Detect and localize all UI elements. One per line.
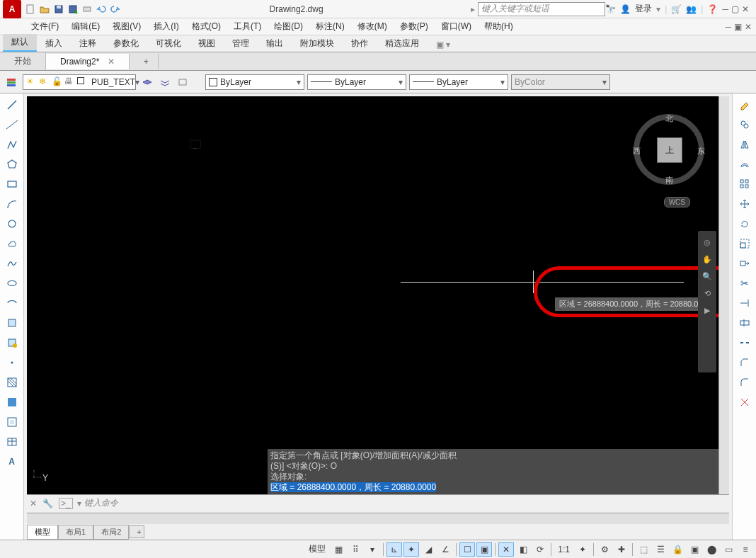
status-more-icon[interactable]: ▾ <box>365 542 380 557</box>
new-icon[interactable] <box>24 3 37 16</box>
spline-tool-icon[interactable] <box>2 255 22 272</box>
ribbon-tab-featured[interactable]: 精选应用 <box>377 35 428 52</box>
status-ortho-icon[interactable]: ⊾ <box>386 542 402 557</box>
ribbon-tab-manage[interactable]: 管理 <box>224 35 258 52</box>
fillet-tool-icon[interactable] <box>735 374 755 391</box>
wcs-badge[interactable]: WCS <box>664 197 690 207</box>
undo-icon[interactable] <box>95 3 108 16</box>
model-tab-layout2[interactable]: 布局2 <box>93 525 129 540</box>
plotstyle-combo[interactable]: ByColor <box>511 74 610 90</box>
layer-walk-icon[interactable] <box>174 74 191 91</box>
view-cube[interactable]: 北 南 东 西 上 <box>630 110 708 188</box>
model-tab-model[interactable]: 模型 <box>27 525 58 540</box>
status-osnap-icon[interactable]: ☐ <box>459 542 475 557</box>
doc-tab-new[interactable]: + <box>130 54 159 69</box>
rectangle-tool-icon[interactable] <box>2 176 22 193</box>
xline-tool-icon[interactable] <box>2 116 22 133</box>
plot-icon[interactable] <box>81 3 93 16</box>
status-isolate-icon[interactable]: ▣ <box>687 542 702 557</box>
block-tool-icon[interactable] <box>2 314 22 331</box>
cmd-close-icon[interactable]: ✕ <box>30 499 37 508</box>
status-qprops-icon[interactable]: ☰ <box>653 542 668 557</box>
nav-pan-icon[interactable]: ✋ <box>700 252 714 266</box>
help-icon[interactable]: ❓ <box>707 4 718 14</box>
mdi-restore-icon[interactable]: ▣ <box>734 22 742 32</box>
status-grid-icon[interactable]: ▦ <box>331 542 346 557</box>
open-icon[interactable] <box>38 3 51 16</box>
ribbon-tab-default[interactable]: 默认 <box>3 34 37 52</box>
extend-tool-icon[interactable] <box>735 295 755 312</box>
polyline-tool-icon[interactable] <box>2 136 22 153</box>
menu-view[interactable]: 视图(V) <box>107 19 147 34</box>
status-units-icon[interactable]: ⬚ <box>636 542 651 557</box>
line-tool-icon[interactable] <box>2 96 22 113</box>
ribbon-tab-insert[interactable]: 插入 <box>37 35 71 52</box>
menu-help[interactable]: 帮助(H) <box>479 19 519 34</box>
status-annomonitor-icon[interactable]: ✚ <box>614 542 629 557</box>
user-icon[interactable]: 👤 <box>620 4 631 14</box>
move-tool-icon[interactable] <box>735 195 755 212</box>
vertical-scrollbar[interactable] <box>718 96 729 494</box>
stretch-tool-icon[interactable] <box>735 255 755 272</box>
menu-dimension[interactable]: 标注(N) <box>310 19 350 34</box>
chamfer-tool-icon[interactable] <box>735 354 755 371</box>
ribbon-tab-view[interactable]: 视图 <box>190 35 224 52</box>
menu-draw[interactable]: 绘图(D) <box>268 19 309 34</box>
circle-tool-icon[interactable] <box>2 215 22 232</box>
status-workspace-icon[interactable]: ⚙ <box>597 542 612 557</box>
minimize-icon[interactable]: ─ <box>722 4 728 14</box>
model-tab-layout1[interactable]: 布局1 <box>58 525 93 540</box>
doc-tab-active[interactable]: Drawing2* ✕ <box>46 54 130 69</box>
layer-combo[interactable]: ☀ ❄ 🔓 🖶 PUB_TEXT <box>23 74 136 90</box>
doc-tab-close-icon[interactable]: ✕ <box>108 57 115 67</box>
search-input[interactable]: 键入关键字或短语 <box>478 2 605 16</box>
doc-tab-start[interactable]: 开始 <box>0 52 46 70</box>
status-cycling-icon[interactable]: ⟳ <box>532 542 548 557</box>
scale-tool-icon[interactable] <box>735 235 755 252</box>
saveas-icon[interactable] <box>67 3 79 16</box>
nav-showmotion-icon[interactable]: ▶ <box>700 303 714 317</box>
search-binoculars-icon[interactable]: 🔭 <box>605 4 616 14</box>
login-link[interactable]: 登录 <box>635 3 652 15</box>
gradient-tool-icon[interactable] <box>2 394 22 411</box>
array-tool-icon[interactable] <box>735 176 755 193</box>
status-clean-icon[interactable]: ▭ <box>721 542 736 557</box>
horizontal-scrollbar[interactable] <box>27 513 729 524</box>
linetype-combo[interactable]: ByLayer <box>307 74 406 90</box>
nav-wheel-icon[interactable]: ◎ <box>700 235 714 249</box>
cmd-prompt-icon[interactable]: >_ <box>59 498 73 509</box>
cmd-config-icon[interactable]: 🔧 <box>42 499 53 508</box>
ribbon-tab-expand[interactable]: ▣ ▾ <box>428 38 459 52</box>
save-icon[interactable] <box>52 3 65 16</box>
break-tool-icon[interactable] <box>735 314 755 331</box>
table-tool-icon[interactable] <box>2 433 22 450</box>
menu-insert[interactable]: 插入(I) <box>148 19 184 34</box>
exchange-icon[interactable]: 👥 <box>686 4 697 14</box>
status-annoscale-icon[interactable]: ✦ <box>575 542 590 557</box>
nav-orbit-icon[interactable]: ⟲ <box>700 286 714 300</box>
status-3dosnap-icon[interactable]: ▣ <box>476 542 492 557</box>
rotate-tool-icon[interactable] <box>735 215 755 232</box>
status-otrack-icon[interactable]: ∠ <box>437 542 453 557</box>
command-input[interactable]: 键入命令 <box>84 497 118 509</box>
menu-edit[interactable]: 编辑(E) <box>66 19 105 34</box>
layer-properties-icon[interactable] <box>3 74 20 91</box>
nav-south[interactable]: 南 <box>665 175 673 186</box>
layer-states-icon[interactable] <box>139 74 156 91</box>
status-model-button[interactable]: 模型 <box>305 542 329 557</box>
status-lwt-icon[interactable]: ✕ <box>498 542 514 557</box>
maximize-icon[interactable]: ▢ <box>731 4 739 14</box>
menu-parametric[interactable]: 参数(P) <box>394 19 434 34</box>
revcloud-tool-icon[interactable] <box>2 235 22 252</box>
lineweight-combo[interactable]: ByLayer <box>409 74 508 90</box>
status-iso-icon[interactable]: ◢ <box>420 542 436 557</box>
menu-window[interactable]: 窗口(W) <box>435 19 477 34</box>
nav-top[interactable]: 上 <box>657 137 682 163</box>
ribbon-tab-visualize[interactable]: 可视化 <box>147 35 190 52</box>
nav-west[interactable]: 西 <box>633 146 641 156</box>
close-icon[interactable]: ✕ <box>742 4 749 14</box>
status-transparency-icon[interactable]: ◧ <box>515 542 531 557</box>
offset-tool-icon[interactable] <box>735 156 755 173</box>
text-tool-icon[interactable]: A <box>2 453 22 470</box>
menu-file[interactable]: 文件(F) <box>25 19 64 34</box>
